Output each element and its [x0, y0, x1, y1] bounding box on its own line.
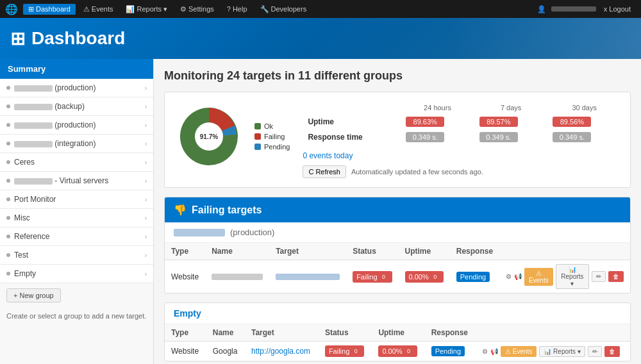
uptime-label: Uptime — [303, 114, 401, 129]
reports-dropdown-icon: ▾ — [163, 5, 167, 13]
sidebar-item-production2[interactable]: (production) › — [0, 116, 153, 135]
events-button[interactable]: ⚠ Events — [501, 346, 537, 357]
name-blurred — [14, 104, 53, 110]
chevron-right-icon: › — [145, 270, 147, 277]
user-area: 👤 — [537, 5, 596, 13]
refresh-button[interactable]: C Refresh — [303, 165, 346, 178]
stats-box: 91.7% Ok Failing Pending — [164, 92, 631, 188]
sidebar-item-ceres[interactable]: Ceres › — [0, 153, 153, 172]
gear-icon[interactable]: ⚙ — [506, 273, 512, 280]
brand-globe-icon: 🌐 — [5, 3, 18, 15]
col-uptime: Uptime — [399, 243, 450, 260]
chevron-right-icon: › — [145, 252, 147, 259]
legend-ok-dot — [254, 123, 261, 129]
production-failing-group: (production) Type Name Target Status Upt… — [165, 222, 630, 293]
auto-update-text: Automatically updated a few seconds ago. — [351, 168, 483, 176]
help-icon: ? — [227, 5, 231, 13]
row-uptime: 0.00% 0 — [399, 260, 450, 294]
legend-ok: Ok — [254, 122, 290, 130]
status-dot — [6, 272, 10, 276]
reports-button[interactable]: 📊 Reports ▾ — [539, 346, 585, 357]
response-7d: 0.349 s. — [479, 132, 518, 142]
col-status: Status — [319, 324, 372, 342]
status-dot — [6, 86, 10, 90]
edit-button[interactable]: ✏ — [588, 346, 602, 357]
nav-developers[interactable]: 🔧 Developers — [255, 4, 312, 15]
status-dot — [6, 142, 10, 145]
events-icon: ⚠ — [83, 5, 90, 13]
uptime-30d: 89.56% — [553, 117, 591, 127]
row-target: http://googla.com — [245, 342, 319, 361]
status-dot — [6, 123, 10, 127]
chevron-right-icon: › — [145, 233, 147, 240]
status-dot — [6, 160, 10, 164]
legend-failing-dot — [254, 133, 261, 140]
logout-button[interactable]: x Logout — [599, 4, 636, 14]
legend-pending-dot — [254, 144, 261, 150]
uptime-7d: 89.57% — [479, 117, 518, 127]
page-header: ⊞ Dashboard — [0, 18, 641, 59]
svg-text:91.7%: 91.7% — [200, 133, 218, 140]
new-group-button[interactable]: + New group — [6, 288, 61, 302]
status-dot — [6, 216, 10, 220]
response-label: Response time — [303, 129, 401, 145]
sidebar-item-integration[interactable]: (integration) › — [0, 135, 153, 153]
sidebar-item-backup[interactable]: (backup) › — [0, 97, 153, 116]
col-name: Name — [206, 324, 245, 342]
delete-button[interactable]: 🗑 — [604, 346, 620, 357]
production-group-header: (production) — [165, 222, 630, 243]
status-dot — [6, 235, 10, 238]
row-status: Failing 0 — [346, 260, 398, 294]
chevron-right-icon: › — [145, 103, 147, 110]
sidebar-item-portmonitor[interactable]: Port Monitor › — [0, 190, 153, 209]
sidebar-item-production[interactable]: (production) › — [0, 79, 153, 97]
monitoring-title: Monitoring 24 targets in 11 different gr… — [164, 69, 631, 83]
row-target — [269, 260, 346, 294]
delete-button[interactable]: 🗑 — [608, 271, 624, 282]
sidebar-item-test[interactable]: Test › — [0, 246, 153, 265]
sidebar-item-misc[interactable]: Misc › — [0, 209, 153, 228]
row-response: Pending — [450, 260, 499, 294]
col-response: Response — [425, 324, 476, 342]
chevron-right-icon: › — [145, 159, 147, 166]
status-dot — [6, 104, 10, 108]
events-button[interactable]: ⚠ Events — [524, 268, 553, 286]
legend-pending: Pending — [254, 143, 290, 151]
nav-reports[interactable]: 📊 Reports ▾ — [121, 4, 172, 15]
events-today: 0 events today — [303, 151, 621, 160]
reports-icon: 📊 — [126, 5, 135, 13]
username-blurred — [551, 6, 596, 12]
table-row: Website Googla http://googla.com Failing… — [165, 342, 630, 361]
page-title: ⊞ Dashboard — [10, 28, 125, 49]
chevron-right-icon: › — [145, 215, 147, 222]
speaker-icon[interactable]: 📢 — [514, 273, 522, 280]
refresh-area: C Refresh Automatically updated a few se… — [303, 165, 621, 178]
edit-button[interactable]: ✏ — [592, 271, 606, 282]
sidebar-item-virtual[interactable]: - Virtual servers › — [0, 172, 153, 190]
chart-legend: Ok Failing Pending — [254, 122, 290, 151]
sidebar: Summary (production) › (backup) › (produ… — [0, 59, 154, 364]
nav-settings[interactable]: ⚙ Settings — [175, 4, 219, 15]
production-table: Type Name Target Status Uptime Response … — [165, 243, 630, 293]
chevron-right-icon: › — [145, 178, 147, 185]
name-blurred — [14, 141, 53, 147]
gear-icon[interactable]: ⚙ — [482, 348, 488, 355]
row-type: Website — [165, 342, 206, 361]
sidebar-item-empty[interactable]: Empty › — [0, 265, 153, 283]
legend-failing: Failing — [254, 133, 290, 140]
main-layout: Summary (production) › (backup) › (produ… — [0, 59, 641, 364]
reports-button[interactable]: 📊 Reports ▾ — [556, 264, 589, 289]
nav-help[interactable]: ? Help — [222, 4, 253, 14]
top-navigation: 🌐 ⊞ Dashboard ⚠ Events 📊 Reports ▾ ⚙ Set… — [0, 0, 641, 18]
uptime-row: Uptime 89.63% 89.57% 89.56% — [303, 114, 621, 129]
nav-dashboard[interactable]: ⊞ Dashboard — [23, 4, 76, 15]
name-blurred — [14, 178, 53, 185]
developers-icon: 🔧 — [260, 5, 269, 13]
uptime-24h: 89.63% — [406, 117, 444, 127]
speaker-icon[interactable]: 📢 — [490, 348, 498, 355]
nav-events[interactable]: ⚠ Events — [78, 4, 119, 15]
sidebar-item-reference[interactable]: Reference › — [0, 228, 153, 246]
dashboard-icon: ⊞ — [28, 5, 34, 13]
chart-area: 91.7% Ok Failing Pending — [174, 101, 290, 172]
row-actions: ⚙ 📢 ⚠ Events 📊 Reports ▾ ✏ 🗑 — [476, 342, 630, 361]
